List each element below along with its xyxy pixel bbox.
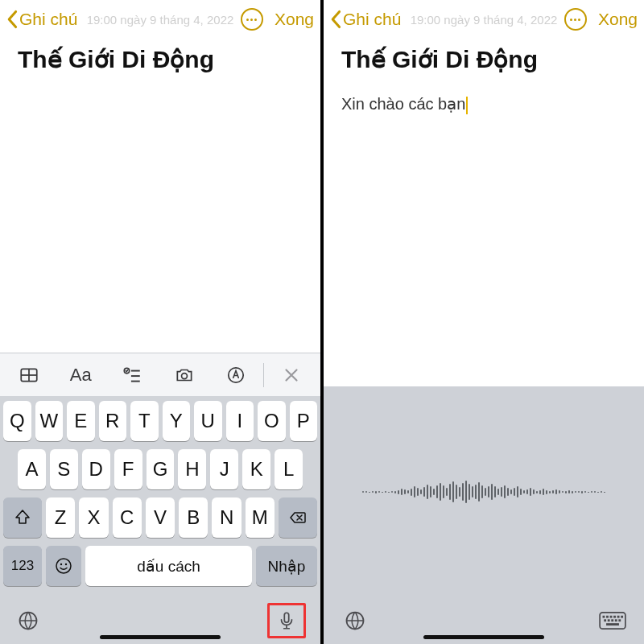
- note-title: Thế Giới Di Động: [341, 45, 626, 73]
- key-h[interactable]: H: [178, 449, 206, 489]
- camera-icon: [174, 365, 195, 386]
- key-d[interactable]: D: [82, 449, 110, 489]
- text-cursor: [466, 97, 468, 114]
- svg-rect-19: [613, 616, 616, 618]
- more-button[interactable]: [564, 8, 587, 31]
- shift-key[interactable]: [3, 497, 42, 538]
- svg-rect-13: [284, 613, 288, 622]
- key-n[interactable]: N: [212, 497, 241, 538]
- emoji-key[interactable]: [46, 546, 81, 586]
- key-w[interactable]: W: [35, 401, 64, 441]
- key-g[interactable]: G: [147, 449, 175, 489]
- note-editor[interactable]: Thế Giới Di Động: [0, 39, 320, 353]
- svg-rect-18: [610, 616, 613, 618]
- chevron-left-icon: [330, 10, 343, 29]
- markup-icon: [225, 365, 246, 386]
- globe-button[interactable]: [341, 607, 369, 634]
- key-z[interactable]: Z: [46, 497, 75, 538]
- mic-icon: [276, 610, 297, 631]
- home-indicator[interactable]: [423, 635, 544, 639]
- svg-rect-23: [608, 619, 610, 621]
- emoji-icon: [54, 556, 73, 576]
- chevron-left-icon: [6, 10, 19, 29]
- keyboard: QWERTYUIOP ASDFGHJKL ZXCVBNM 123 dấu các…: [0, 396, 320, 597]
- note-body-text: Xin chào các bạn: [341, 94, 626, 114]
- phone-right: Ghi chú 19:00 ngày 9 tháng 4, 2022 Xong …: [324, 0, 644, 644]
- key-f[interactable]: F: [114, 449, 142, 489]
- back-button[interactable]: Ghi chú: [330, 10, 401, 29]
- more-icon: [246, 19, 257, 21]
- svg-rect-26: [618, 619, 621, 621]
- more-button[interactable]: [241, 8, 263, 31]
- svg-rect-16: [603, 616, 605, 618]
- key-m[interactable]: M: [246, 497, 275, 538]
- dictation-panel: [324, 386, 644, 644]
- svg-point-9: [56, 559, 71, 573]
- dictation-button[interactable]: [273, 607, 300, 634]
- text-format-button[interactable]: Aa: [56, 359, 105, 391]
- key-a[interactable]: A: [18, 449, 46, 489]
- key-x[interactable]: X: [79, 497, 108, 538]
- done-button[interactable]: Xong: [598, 10, 638, 29]
- key-s[interactable]: S: [50, 449, 78, 489]
- show-keyboard-button[interactable]: [599, 607, 626, 634]
- notes-format-toolbar: Aa: [0, 353, 320, 396]
- dictation-highlight: [267, 603, 306, 638]
- back-button[interactable]: Ghi chú: [6, 10, 77, 29]
- key-l[interactable]: L: [275, 449, 303, 489]
- checklist-button[interactable]: [108, 359, 156, 391]
- key-v[interactable]: V: [146, 497, 175, 538]
- key-u[interactable]: U: [194, 401, 222, 441]
- svg-point-7: [181, 373, 187, 378]
- return-key[interactable]: Nhập: [256, 546, 317, 586]
- close-icon: [281, 365, 302, 386]
- aa-label: Aa: [70, 365, 92, 386]
- globe-icon: [17, 609, 39, 632]
- key-e[interactable]: E: [67, 401, 95, 441]
- more-icon: [570, 19, 580, 21]
- toolbar-divider: [263, 363, 264, 387]
- svg-rect-17: [606, 616, 609, 618]
- keyboard-area: Aa QWERTYUIOP ASDFGHJKL ZXCVBNM: [0, 353, 320, 644]
- note-title: Thế Giới Di Động: [18, 45, 303, 73]
- svg-rect-22: [604, 619, 606, 621]
- table-icon: [19, 365, 39, 386]
- checklist-icon: [122, 365, 142, 386]
- camera-button[interactable]: [160, 359, 208, 391]
- key-c[interactable]: C: [113, 497, 142, 538]
- nav-bar: Ghi chú 19:00 ngày 9 tháng 4, 2022 Xong: [324, 0, 644, 39]
- shift-icon: [13, 508, 32, 527]
- key-b[interactable]: B: [179, 497, 208, 538]
- numbers-key[interactable]: 123: [3, 546, 42, 586]
- key-y[interactable]: Y: [163, 401, 191, 441]
- svg-rect-21: [621, 616, 623, 618]
- key-j[interactable]: J: [210, 449, 238, 489]
- svg-rect-20: [617, 616, 620, 618]
- home-indicator[interactable]: [100, 635, 221, 639]
- table-button[interactable]: [5, 359, 53, 391]
- done-button[interactable]: Xong: [275, 10, 314, 29]
- key-o[interactable]: O: [258, 401, 286, 441]
- key-k[interactable]: K: [242, 449, 270, 489]
- key-q[interactable]: Q: [3, 401, 31, 441]
- back-label: Ghi chú: [343, 10, 401, 29]
- note-editor[interactable]: Thế Giới Di Động Xin chào các bạn: [324, 39, 644, 386]
- svg-rect-25: [615, 619, 617, 621]
- globe-icon: [344, 609, 366, 632]
- nav-bar: Ghi chú 19:00 ngày 9 tháng 4, 2022 Xong: [0, 0, 320, 39]
- globe-button[interactable]: [14, 607, 42, 634]
- backspace-icon: [288, 508, 308, 527]
- close-toolbar-button[interactable]: [267, 359, 316, 391]
- waveform-area: [324, 386, 644, 597]
- key-p[interactable]: P: [290, 401, 318, 441]
- key-i[interactable]: I: [226, 401, 254, 441]
- key-r[interactable]: R: [99, 401, 127, 441]
- svg-point-11: [65, 564, 67, 565]
- svg-rect-24: [611, 619, 613, 621]
- backspace-key[interactable]: [279, 497, 317, 538]
- waveform-icon: [362, 481, 605, 503]
- markup-button[interactable]: [212, 359, 260, 391]
- key-t[interactable]: T: [130, 401, 159, 441]
- space-key[interactable]: dấu cách: [85, 546, 252, 586]
- keyboard-icon: [599, 611, 626, 630]
